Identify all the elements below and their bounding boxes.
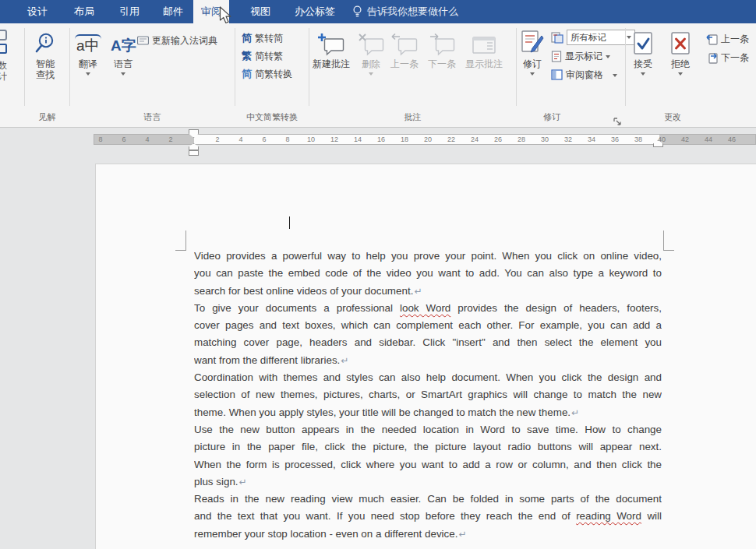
tell-me-box[interactable]: 告诉我你想要做什么 (352, 0, 458, 23)
previous-comment-button[interactable]: 上一条 (390, 28, 419, 69)
text-segment: you can paste the embed code of the vide… (194, 267, 662, 279)
tab-4[interactable]: 邮件 (155, 0, 191, 23)
text-segment: want from the different libraries. (194, 354, 340, 366)
ruler-number: 44 (705, 135, 712, 143)
clipped-label-fragment: 计 (0, 70, 7, 83)
text-segment: remember your stop location - even on a … (194, 528, 457, 540)
track-changes-label: 修订 (523, 58, 542, 69)
dropdown-arrow-icon (613, 74, 617, 77)
ruler-number: 6 (122, 135, 125, 143)
document-page[interactable]: Video provides a powerful way to help yo… (95, 164, 756, 549)
text-line[interactable]: When the form is processed, click where … (194, 459, 662, 476)
smart-lookup-label: 智能查找 (34, 58, 56, 80)
left-indent-marker[interactable] (189, 150, 199, 156)
tab-3[interactable]: 引用 (111, 0, 147, 23)
changes-group-label: 更改 (626, 111, 719, 123)
new-comment-button[interactable]: 新建批注 (313, 28, 350, 69)
text-line[interactable]: selection of new themes, pictures, chart… (194, 389, 662, 406)
show-comments-icon (472, 28, 496, 56)
reviewing-pane-button[interactable]: 审阅窗格 (551, 67, 617, 83)
misspelled-text: reading Word (576, 510, 641, 522)
text-line[interactable]: matching cover page, headers and sidebar… (194, 336, 662, 354)
text-line[interactable]: Use the new button appears in the needed… (194, 424, 662, 441)
update-ime-button[interactable]: 更新输入法词典 (137, 33, 217, 48)
ruler-number: 28 (518, 135, 525, 143)
simp-to-trad-label: 简转繁 (255, 50, 283, 63)
text-segment: matching cover page, headers and sidebar… (194, 336, 662, 348)
trad-to-simp-label: 繁转简 (255, 32, 283, 45)
dropdown-arrow-icon (606, 55, 610, 58)
ruler-number: 16 (377, 135, 385, 143)
text-line[interactable]: To give your documents a professional lo… (194, 302, 662, 319)
text-segment: and the text that you want. If you need … (194, 510, 576, 522)
text-segment: Reads in the new reading view much easie… (194, 493, 662, 505)
reject-button[interactable]: 拒绝 (669, 28, 691, 76)
text-segment: picture in the paper file, click the pic… (194, 441, 662, 452)
text-line[interactable]: cover pages and text boxes, which can co… (194, 319, 662, 336)
previous-change-button[interactable]: 上一条 (705, 31, 749, 47)
track-changes-icon (520, 28, 545, 56)
track-changes-button[interactable]: 修订 (520, 28, 545, 76)
tab-6[interactable]: 视图 (242, 0, 278, 23)
show-comments-button[interactable]: 显示批注 (465, 28, 503, 69)
next-change-button[interactable]: 下一条 (705, 50, 749, 65)
next-comment-label: 下一条 (428, 58, 456, 69)
tab-2[interactable]: 布局 (66, 0, 102, 23)
reviewing-pane-icon (551, 69, 563, 80)
text-line[interactable]: Coordination with themes and styles can … (194, 371, 662, 389)
trad-to-simp-button[interactable]: 简 繁转简 (242, 30, 283, 46)
language-group-label: 语言 (70, 111, 235, 123)
accept-icon (632, 28, 654, 56)
text-line[interactable]: want from the different libraries.↵ (194, 354, 662, 371)
accept-button[interactable]: 接受 (632, 28, 654, 76)
translate-button[interactable]: a中 翻译 (75, 28, 101, 76)
smart-lookup-button[interactable]: 智能查找 (33, 28, 58, 80)
ruler-number: 2 (215, 135, 219, 143)
simp-to-trad-button[interactable]: 繁 简转繁 (242, 48, 283, 64)
misspelled-text: look Word (400, 302, 450, 314)
clipped-icon (0, 44, 7, 54)
text-segment: cover pages and text boxes, which can co… (194, 319, 662, 331)
dropdown-arrow-icon (369, 72, 373, 76)
text-line[interactable]: and the text that you want. If you need … (194, 510, 662, 527)
tab-1[interactable]: 设计 (19, 0, 55, 23)
language-icon: A字 (111, 28, 136, 56)
text-line[interactable]: search for best online videos of your do… (194, 285, 662, 302)
tab-7[interactable]: 办公标签 (287, 0, 343, 23)
tracking-group: 修订 所有标记 (517, 23, 625, 127)
show-markup-button[interactable]: 显示标记 (551, 48, 610, 64)
dropdown-arrow-icon (121, 72, 125, 76)
conversion-group-label: 中文简繁转换 (235, 111, 309, 123)
text-line[interactable]: remember your stop location - even on a … (194, 528, 662, 545)
insights-group: 智能查找 见解 (25, 23, 69, 127)
language-button[interactable]: A字 语言 (111, 28, 136, 76)
ruler-number: 42 (681, 135, 689, 143)
translate-label: 翻译 (79, 58, 97, 69)
text-line[interactable]: picture in the paper file, click the pic… (194, 441, 662, 458)
paragraph-mark: ↵ (238, 477, 247, 487)
ruler-number: 18 (401, 135, 408, 143)
text-line[interactable]: Video provides a powerful way to help yo… (194, 250, 662, 267)
reject-label: 拒绝 (671, 58, 690, 69)
next-comment-button[interactable]: 下一条 (428, 28, 456, 69)
changes-group: 接受 拒绝 上一条 (626, 23, 756, 127)
text-segment: Video provides a powerful way to help yo… (194, 250, 662, 262)
insights-group-label: 见解 (25, 111, 69, 123)
mouse-cursor (219, 6, 232, 28)
convert-icon: 简 (242, 67, 252, 81)
convert-button[interactable]: 简 简繁转换 (242, 66, 292, 82)
document-text[interactable]: Video provides a powerful way to help yo… (194, 250, 662, 545)
delete-comment-button[interactable]: 删除 (358, 28, 384, 76)
text-line[interactable]: theme. When you apply styles, your title… (194, 406, 662, 424)
ruler-number: 2 (168, 135, 172, 143)
all-markup-icon (551, 32, 563, 44)
language-label: 语言 (114, 58, 132, 69)
tracking-dialog-launcher[interactable] (613, 114, 621, 122)
text-line[interactable]: Reads in the new reading view much easie… (194, 493, 662, 510)
text-line[interactable]: you can paste the embed code of the vide… (194, 267, 662, 284)
ruler-number: 26 (494, 135, 502, 143)
accept-label: 接受 (634, 58, 652, 69)
text-line[interactable]: plus sign.↵ (194, 476, 662, 493)
ruler-number: 30 (541, 135, 549, 143)
comments-group: 新建批注 删除 上一条 (309, 23, 516, 127)
